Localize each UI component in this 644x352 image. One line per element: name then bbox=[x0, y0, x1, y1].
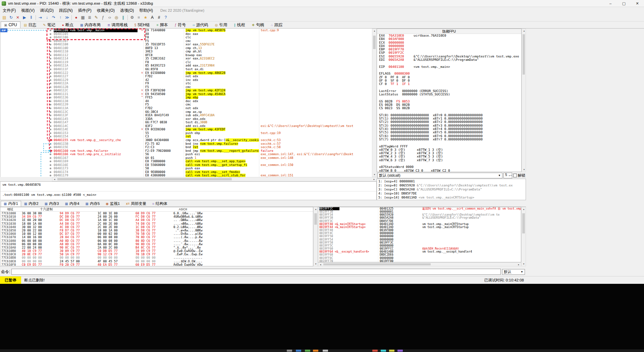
register-line[interactable] bbox=[377, 141, 521, 144]
register-line[interactable]: LastError 00000000 (ERROR_SUCCESS) bbox=[377, 89, 521, 93]
breakpoint-dot[interactable] bbox=[50, 161, 51, 162]
disassembly-hscrollbar[interactable]: ◄ ► bbox=[52, 177, 377, 181]
disasm-row[interactable]: 0040112AF9stc bbox=[0, 82, 372, 85]
register-line[interactable]: ST(3) 00000000000000000000 x87r3 0.00000… bbox=[377, 124, 521, 127]
disasm-row[interactable]: 00401174E8 9E0B0000call <vm test.vmp.__s… bbox=[0, 170, 372, 174]
taskbar-icon[interactable] bbox=[323, 350, 328, 352]
disasm-row[interactable]: 00401131vE9 94350500jmp vm test.vmp.4546… bbox=[0, 92, 372, 96]
disasm-row[interactable]: 00401166 <vm test.vmp.pre_c_initializ56p… bbox=[0, 152, 372, 156]
disasm-row[interactable]: 0040113C66:3BC4cmp ax,sp bbox=[0, 110, 372, 114]
disasm-row[interactable]: 00401127F7D2not edx bbox=[0, 75, 372, 78]
menu-item[interactable]: 帮助(H) bbox=[137, 7, 156, 14]
register-line[interactable] bbox=[377, 110, 521, 114]
favourites-icon[interactable]: ★ bbox=[142, 14, 149, 21]
source-icon[interactable]: ‹› bbox=[106, 14, 113, 21]
stack-pane[interactable]: 0019FF2C00401325返回到 vm test.vmp.__scrt_c… bbox=[318, 207, 521, 262]
register-line[interactable]: EBX 003AF000 bbox=[377, 37, 521, 41]
disasm-row[interactable]: 0040117350push eax bbox=[0, 167, 372, 170]
tab-trace[interactable]: ∴跟踪 bbox=[268, 21, 286, 28]
tab-symbols[interactable]: ƒ符号 bbox=[171, 21, 190, 28]
register-line[interactable]: ES 002B DS 002B bbox=[377, 103, 521, 106]
stepper-arrows-icon[interactable]: ▲▼ bbox=[508, 173, 512, 178]
title-bar[interactable]: vm test.vmp.exe - PID: 15440 - 模块: vm te… bbox=[0, 0, 644, 7]
disasm-row[interactable]: 00401136^FFE5jmp ebp bbox=[0, 96, 372, 99]
disasm-row[interactable]: 00401139F5cmc bbox=[0, 103, 372, 106]
step-out-icon[interactable]: ↑ bbox=[57, 14, 64, 21]
tab-seh[interactable]: §SEH链 bbox=[131, 21, 153, 28]
dump-row[interactable]: 77C6100036 00 38 0094 D9 C6 771C 00 1E 0… bbox=[0, 212, 313, 215]
breakpoint-dot[interactable] bbox=[50, 143, 51, 145]
menu-item[interactable]: 插件(P) bbox=[75, 7, 94, 14]
tab-source[interactable]: ‹›源代码 bbox=[189, 21, 212, 28]
menu-item[interactable]: 调试(D) bbox=[37, 7, 56, 14]
taskbar-icon[interactable] bbox=[296, 350, 301, 352]
argument-line[interactable]: 3: [esp+C] 0065A2A8 &"ALLUSERSPROFILE=C:… bbox=[377, 187, 526, 191]
breakpoint-dot[interactable] bbox=[50, 58, 51, 59]
scroll-track[interactable] bbox=[314, 211, 318, 262]
argument-line[interactable]: 2: [esp+8] 00655920 &"C:\\Users\\sangfor… bbox=[377, 183, 526, 187]
run-to-cursor-icon[interactable]: ⇥ bbox=[37, 14, 44, 21]
breakpoint-dot[interactable] bbox=[50, 93, 51, 95]
breakpoint-dot[interactable] bbox=[50, 136, 51, 137]
disasm-row[interactable]: 00401107F5cmc bbox=[0, 39, 372, 43]
breakpoint-dot[interactable] bbox=[50, 33, 51, 35]
dump-row[interactable]: 77C610B040 18 C9 7730 09 C9 77C0 DB D5 7… bbox=[0, 249, 313, 253]
scroll-down-icon[interactable]: ▼ bbox=[314, 262, 318, 266]
command-profile-select[interactable]: 默认 ▼ bbox=[502, 269, 525, 275]
stack-row[interactable]: 0019FF6C00000000 bbox=[318, 257, 521, 260]
dump-row[interactable]: 77C610D000 00 00 0000 00 00 0000 00 00 0… bbox=[0, 256, 313, 259]
breakpoint-dot[interactable] bbox=[50, 157, 51, 159]
taskbar-icon[interactable] bbox=[389, 350, 394, 352]
disasm-row[interactable]: 00401179E8 43060000call <vm test.vmp.__s… bbox=[0, 174, 372, 177]
breakpoint-dot[interactable] bbox=[50, 100, 51, 102]
register-line[interactable]: x87SW_B 0 x87SW_C3 0 x87SW_C2 0 bbox=[377, 169, 521, 172]
disasm-row[interactable]: 0040112942inc edx bbox=[0, 78, 372, 82]
stack-row[interactable]: 0019FF600019FFCC指向SEH_Record[1]的指针 bbox=[318, 247, 521, 250]
scroll-track[interactable] bbox=[372, 33, 376, 173]
register-line[interactable]: CF 0 TF 1 IF 1 bbox=[377, 82, 521, 86]
disassembly-vscrollbar[interactable]: ▲ ▼ bbox=[372, 29, 377, 177]
register-line[interactable]: ESI 00655920 &"C:\\Users\\sangfor\\Deskt… bbox=[377, 55, 521, 58]
tab-dump2[interactable]: ▦内存2 bbox=[21, 201, 42, 207]
command-input[interactable] bbox=[11, 269, 501, 275]
disasm-row[interactable]: 0040110D80FD 13cmp ch,13 bbox=[0, 46, 372, 50]
tab-locals[interactable]: x=局部变量 bbox=[123, 201, 149, 207]
register-line[interactable]: EFLAGS 00000300 bbox=[377, 72, 521, 75]
stack-row[interactable]: 0019FF3000000001 bbox=[318, 210, 521, 213]
register-line[interactable] bbox=[377, 86, 521, 89]
stack-row[interactable]: 0019FF3CDB85F7DE bbox=[318, 220, 521, 223]
hash-icon[interactable]: # bbox=[156, 14, 162, 21]
registers-vscrollbar[interactable]: ▲ ▼ bbox=[522, 29, 526, 172]
register-line[interactable]: GS 002B FS 0053 bbox=[377, 100, 521, 103]
stack-hscrollbar[interactable]: ◄ ► bbox=[318, 262, 521, 266]
register-line[interactable]: LastStatus 00000000 (STATUS_SUCCESS) bbox=[377, 93, 521, 96]
disasm-row[interactable]: 004011384Adec edx bbox=[0, 99, 372, 103]
breakpoint-dot[interactable] bbox=[50, 125, 51, 127]
scroll-thumb[interactable] bbox=[522, 213, 525, 233]
register-line[interactable] bbox=[377, 96, 521, 99]
register-line[interactable]: EIP 00401100 <vm test.vmp._main> bbox=[377, 65, 521, 69]
register-line[interactable]: EDX 00000000 bbox=[377, 44, 521, 48]
memory-dump-pane[interactable]: 地址 十六进制 ASCII 77C6100036 00 38 0094 D9 C… bbox=[0, 207, 313, 266]
register-line[interactable] bbox=[377, 61, 521, 65]
taskbar-icon[interactable] bbox=[305, 350, 310, 352]
tab-watch1[interactable]: ◉监视1 bbox=[103, 201, 123, 207]
breakpoint-dot[interactable] bbox=[50, 168, 51, 169]
breakpoint-dot[interactable] bbox=[50, 65, 51, 67]
breakpoint-dot[interactable] bbox=[50, 97, 51, 98]
tab-call-stack[interactable]: ≣调用堆栈 bbox=[104, 21, 131, 28]
breakpoint-dot[interactable] bbox=[50, 76, 51, 77]
disasm-row[interactable]: 0040116EE8 55060000call <vm test.vmp.__g… bbox=[0, 163, 372, 167]
stack-row[interactable]: 0019FF5C00000000 bbox=[318, 244, 521, 247]
register-line[interactable]: x87TagWord FFFF bbox=[377, 145, 521, 148]
disasm-row[interactable]: 0040115EF2:C3bnd retsecchk.c:58 bbox=[0, 145, 372, 149]
font-icon[interactable]: A bbox=[149, 14, 156, 21]
stack-row[interactable]: 0019FF68DBDC2DE6 bbox=[318, 253, 521, 256]
disasm-row[interactable]: 0040114EvE9 8CED0300jmp vm test.vmp.43FE… bbox=[0, 128, 372, 131]
breakpoint-dot[interactable] bbox=[50, 44, 51, 45]
taskbar-icon[interactable] bbox=[313, 350, 318, 352]
breakpoint-dot[interactable] bbox=[50, 115, 51, 116]
scroll-right-icon[interactable]: ► bbox=[517, 263, 521, 267]
minimize-button[interactable]: – bbox=[604, 0, 617, 7]
register-line[interactable]: x87TW_6 3 (空) x87TW_7 3 (空) bbox=[377, 159, 521, 162]
